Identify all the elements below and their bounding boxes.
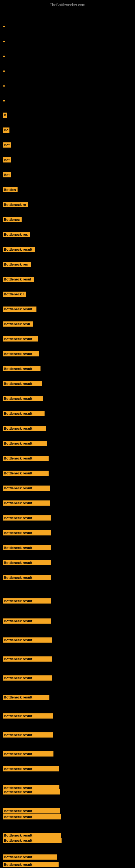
bar-label: Bottleneck result <box>3 560 51 565</box>
bar-label: Bottleneck result <box>3 351 39 356</box>
bar-row: Bottleneck result <box>3 545 51 550</box>
bar-label: Bottleneck result <box>3 545 51 550</box>
bar-label: Bottleneck result <box>3 838 61 843</box>
bar-row: Bottleneck result <box>3 656 52 661</box>
bar-row: Bottleneck result <box>3 838 61 843</box>
bar-row: Bottleneck result <box>3 575 51 580</box>
bar-row <box>3 98 5 102</box>
bar-label: Bottleneck resu <box>3 321 33 327</box>
bar-label <box>3 41 5 42</box>
bar-row: Bottlen <box>3 187 17 192</box>
bar-label: Bottleneck result <box>3 247 35 252</box>
bar-label: Bottleneck result <box>3 814 61 819</box>
bar-row: Bottleneck result <box>3 808 60 813</box>
bar-row: Bottleneck res <box>3 262 31 267</box>
bar-label: Bottleneck result <box>3 396 43 401</box>
bar-row: Bottleneck result <box>3 486 50 491</box>
bar-row: Bottleneck result <box>3 695 49 700</box>
bar-row: Bottleneck res <box>3 232 30 237</box>
bar-row: Bottleneck result <box>3 862 58 867</box>
bar-row: Bottleneck result <box>3 471 49 476</box>
bar-label: Bot <box>3 157 11 162</box>
bar-label: Bottleneck result <box>3 808 60 813</box>
bar-label: Bottleneck result <box>3 307 37 312</box>
bar-row <box>3 83 5 88</box>
bar-row: Bottleneck result <box>3 307 37 312</box>
bar-label: Bottleneck result <box>3 656 52 661</box>
bar-row: Bot <box>3 143 11 148</box>
bar-row: Bottleneck result <box>3 766 59 771</box>
bar-row: Bottleneck result <box>3 516 51 521</box>
bar-label: Bottleneck result <box>3 862 58 867</box>
bar-row: Bottleneck result <box>3 560 51 565</box>
bar-row <box>3 68 5 73</box>
bar-row: Bottleneck result <box>3 530 51 535</box>
bar-label: Bottleneck resul <box>3 277 34 282</box>
bar-label: Bottleneck result <box>3 336 38 341</box>
bar-row: Bottleneck result <box>3 500 50 506</box>
bar-label: B <box>3 113 7 118</box>
bar-row: B <box>3 113 7 118</box>
bar-label: Bottleneck re <box>3 202 28 207</box>
bar-row: Bot <box>3 157 11 162</box>
bar-label: Bot <box>3 172 11 177</box>
bar-row: Bottleneck result <box>3 814 61 819</box>
bar-row: Bottleneck result <box>3 733 53 738</box>
bar-row: Bot <box>3 172 11 177</box>
bars-container: BBoBotBotBotBottlenBottleneck reBottlene… <box>0 8 135 868</box>
bar-label <box>3 70 5 72</box>
bar-label: Bottleneck result <box>3 695 49 700</box>
bar-label: Bottleneck result <box>3 789 60 795</box>
bar-row: Bottleneck result <box>3 396 43 401</box>
bar-label: Bottleneck result <box>3 366 41 371</box>
bar-label: Bottleneck result <box>3 381 42 386</box>
bar-label: Bottleneck result <box>3 426 46 431</box>
bar-row: Bottleneck result <box>3 366 41 371</box>
bar-label <box>3 100 5 101</box>
bar-row: Bottleneck result <box>3 855 57 860</box>
bar-label: Bottleneck result <box>3 411 45 416</box>
bar-label: Bottleneck res <box>3 262 31 267</box>
bar-row <box>3 53 5 58</box>
bar-row: Bottleneck re <box>3 202 28 207</box>
bar-row: Bottleneck r <box>3 291 26 297</box>
bar-label: Bottleneck result <box>3 471 49 476</box>
bar-row: Bottleneck result <box>3 456 49 461</box>
bar-label: Bottleneck result <box>3 751 53 756</box>
bar-row: Bottleneck result <box>3 247 35 252</box>
bar-label: Bottleneck result <box>3 675 52 681</box>
bar-label: Bo <box>3 127 9 133</box>
bar-label: Bot <box>3 143 11 148</box>
bar-row: Bottleneck resu <box>3 321 33 327</box>
bar-label: Bottlenec <box>3 217 21 222</box>
bar-label: Bottleneck result <box>3 618 51 624</box>
bar-label: Bottleneck result <box>3 733 53 738</box>
bar-label: Bottleneck res <box>3 232 30 237</box>
bar-row: Bottleneck result <box>3 598 51 603</box>
bar-row: Bottleneck result <box>3 751 53 756</box>
bar-row: Bottleneck result <box>3 675 52 681</box>
bar-label: Bottlen <box>3 187 17 192</box>
bar-row: Bottleneck resul <box>3 277 34 282</box>
bar-row: Bottleneck result <box>3 426 46 431</box>
bar-label: Bottleneck result <box>3 456 49 461</box>
bar-row: Bottleneck result <box>3 411 45 416</box>
bar-row: Bottleneck result <box>3 441 47 446</box>
bar-label: Bottleneck r <box>3 291 26 297</box>
bar-row: Bottleneck result <box>3 336 38 341</box>
bar-label: Bottleneck result <box>3 486 50 491</box>
bar-label: Bottleneck result <box>3 855 57 860</box>
bar-row: Bottlenec <box>3 217 21 222</box>
bar-label: Bottleneck result <box>3 713 53 718</box>
bar-label: Bottleneck result <box>3 516 51 521</box>
bar-label: Bottleneck result <box>3 500 50 506</box>
bar-row: Bottleneck result <box>3 833 61 838</box>
bar-row: Bottleneck result <box>3 351 39 356</box>
bar-row: Bottleneck result <box>3 381 42 386</box>
bar-row <box>3 38 5 43</box>
bar-label: Bottleneck result <box>3 441 47 446</box>
bar-label: Bottleneck result <box>3 575 51 580</box>
bar-row <box>3 23 5 28</box>
bar-label: Bottleneck result <box>3 833 61 838</box>
bar-row: Bottleneck result <box>3 618 51 624</box>
